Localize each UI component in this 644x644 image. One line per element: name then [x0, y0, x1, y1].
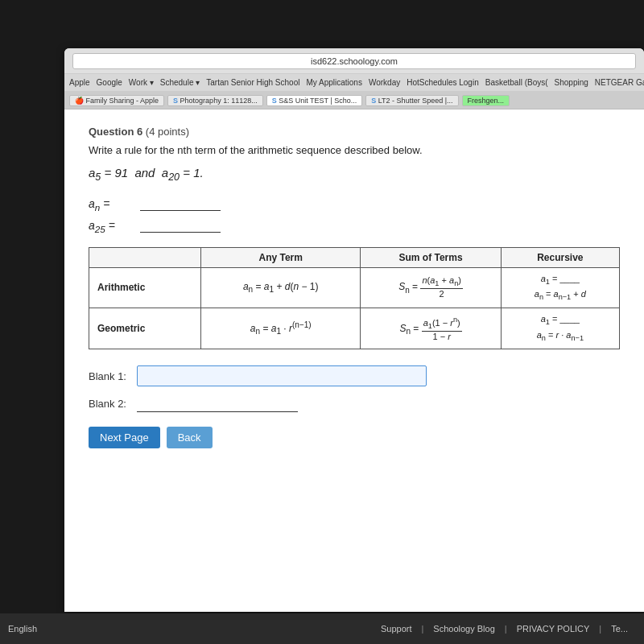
status-separator-3: |	[599, 624, 601, 634]
table-header-recursive: Recursive	[501, 247, 619, 267]
table-cell-arithmetic-label: Arithmetic	[89, 267, 201, 308]
table-cell-geometric-sum: Sn = a1(1 − rn) 1 − r	[361, 308, 501, 349]
browser-window: isd622.schoology.com Apple Google Work ▾…	[64, 48, 644, 612]
question-text: Write a rule for the nth term of the ari…	[89, 144, 620, 156]
blank-1-label: Blank 1:	[89, 370, 137, 382]
bookmark-workday[interactable]: Workday	[369, 78, 400, 87]
table-header-blank	[89, 247, 201, 267]
status-separator-1: |	[421, 624, 423, 634]
status-terms[interactable]: Te...	[611, 624, 628, 634]
answer-line-an: an =	[89, 197, 620, 213]
answer-lines: an = a25 =	[89, 197, 620, 234]
buttons-row: Next Page Back	[89, 427, 620, 448]
question-points: (4 points)	[146, 126, 189, 138]
status-privacy-policy[interactable]: PRIVACY POLICY	[517, 624, 590, 634]
tab-lt2[interactable]: S LT2 - Shutter Speed |...	[365, 95, 458, 106]
answer-label-a25: a25 =	[89, 219, 137, 234]
status-schoology-blog[interactable]: Schoology Blog	[433, 624, 494, 634]
browser-tabs: 🍎 Family Sharing - Apple S Photography 1…	[64, 92, 644, 109]
tab-ss-unit-test[interactable]: S S&S Unit TEST | Scho...	[266, 95, 363, 106]
bookmarks-bar: Apple Google Work ▾ Schedule ▾ Tartan Se…	[64, 74, 644, 92]
bookmark-basketball[interactable]: Basketball (Boys(	[485, 78, 548, 87]
table-row-arithmetic: Arithmetic an = a1 + d(n − 1) Sn = n(a1 …	[89, 267, 620, 308]
bookmark-myapps[interactable]: My Applications	[306, 78, 361, 87]
bookmark-netgear[interactable]: NETGEAR Gatewa...	[595, 78, 644, 87]
table-row-geometric: Geometric an = a1 · r(n−1) Sn = a1(1 − r…	[89, 308, 620, 349]
bookmark-hotschedules[interactable]: HotSchedules Login	[407, 78, 479, 87]
answer-underline-a25	[140, 220, 221, 233]
table-header-any-term: Any Term	[201, 247, 361, 267]
status-support[interactable]: Support	[381, 624, 412, 634]
table-cell-arithmetic-sum: Sn = n(a1 + an) 2	[361, 267, 501, 308]
status-links: Support | Schoology Blog | PRIVACY POLIC…	[381, 624, 628, 634]
blank-2-label: Blank 2:	[89, 398, 137, 410]
answer-label-an: an =	[89, 197, 137, 213]
table-cell-arithmetic-recursive: a1 = ____ an = an−1 + d	[501, 267, 619, 308]
back-button[interactable]: Back	[167, 427, 213, 448]
blank-1-row: Blank 1:	[89, 365, 620, 386]
bookmark-apple[interactable]: Apple	[69, 78, 90, 87]
table-cell-arithmetic-any-term: an = a1 + d(n − 1)	[201, 267, 361, 308]
status-bar: English Support | Schoology Blog | PRIVA…	[0, 613, 644, 644]
blank-2-input[interactable]	[137, 394, 298, 412]
bookmark-schedule[interactable]: Schedule ▾	[160, 78, 200, 87]
table-cell-geometric-recursive: a1 = ____ an = r · an−1	[501, 308, 619, 349]
tab-family-sharing[interactable]: 🍎 Family Sharing - Apple	[69, 95, 164, 106]
blank-1-input[interactable]	[137, 365, 427, 386]
question-number: Question 6	[89, 126, 142, 138]
url-bar[interactable]: isd622.schoology.com	[72, 53, 636, 69]
tab-freshgen[interactable]: Freshgen...	[462, 95, 510, 106]
table-cell-geometric-any-term: an = a1 · r(n−1)	[201, 308, 361, 349]
blank-2-row: Blank 2:	[89, 394, 620, 412]
bookmark-google[interactable]: Google	[97, 78, 122, 87]
question-header: Question 6 (4 points)	[89, 126, 620, 138]
table-cell-geometric-label: Geometric	[89, 308, 201, 349]
tab-photography[interactable]: S Photography 1: 11128...	[167, 95, 263, 106]
url-text: isd622.schoology.com	[311, 56, 398, 66]
browser-address-bar: isd622.schoology.com	[64, 48, 644, 74]
page-content: Question 6 (4 points) Write a rule for t…	[64, 109, 644, 612]
bookmark-work[interactable]: Work ▾	[129, 78, 154, 87]
reference-table: Any Term Sum of Terms Recursive Arithmet…	[89, 247, 620, 349]
bookmark-tartan[interactable]: Tartan Senior High School	[206, 78, 299, 87]
next-page-button[interactable]: Next Page	[89, 427, 160, 448]
given-values: a5 = 91 and a20 = 1.	[89, 166, 620, 183]
answer-underline-an	[140, 198, 221, 211]
table-header-sum-of-terms: Sum of Terms	[361, 247, 501, 267]
status-language: English	[8, 624, 37, 634]
status-separator-2: |	[505, 624, 507, 634]
answer-line-a25: a25 =	[89, 219, 620, 234]
bookmark-shopping[interactable]: Shopping	[555, 78, 588, 87]
